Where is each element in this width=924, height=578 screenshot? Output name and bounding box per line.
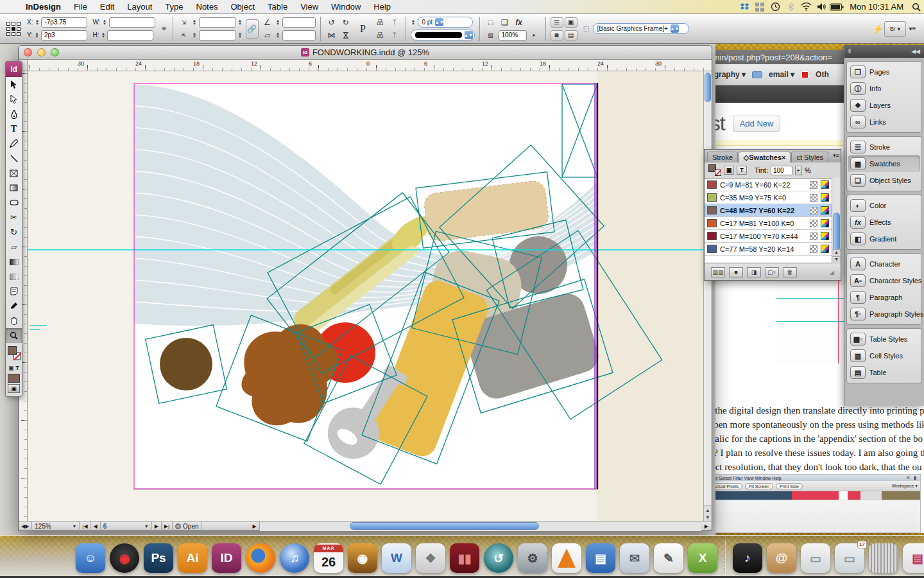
y-stepper[interactable]: ▲▼: [34, 30, 40, 40]
select-next-icon[interactable]: 品: [374, 30, 387, 40]
constrain-proportions-icon[interactable]: ✳: [158, 24, 171, 34]
last-page-button[interactable]: ▶|: [162, 521, 173, 531]
text-format-icon[interactable]: T: [737, 166, 747, 175]
panel-item-color[interactable]: ◐Color: [848, 197, 920, 214]
dock-excel[interactable]: X: [688, 543, 717, 573]
swatch-row[interactable]: C=48 M=57 Y=60 K=22: [705, 204, 832, 217]
dock-mail[interactable]: ✉: [620, 543, 649, 573]
dock-minimized-window[interactable]: ▭: [801, 543, 830, 573]
vertical-scrollbar[interactable]: ▲▼: [703, 71, 712, 521]
rotate-ccw-icon[interactable]: ↺: [325, 17, 338, 28]
dock-address-book[interactable]: @: [767, 543, 796, 573]
formatting-text-icon[interactable]: T: [16, 365, 20, 371]
horizontal-ruler[interactable]: 3024181260612182430: [28, 60, 712, 71]
frame-tool[interactable]: [6, 166, 22, 180]
menu-item-notes[interactable]: Notes: [190, 2, 225, 12]
collapse-dock-icon[interactable]: ◀◀: [911, 48, 920, 55]
formatting-container-icon[interactable]: ▣: [8, 365, 14, 371]
time-machine-icon[interactable]: [767, 2, 783, 12]
y-field[interactable]: 2p3: [41, 30, 87, 40]
dock-photo-booth[interactable]: ▮▮: [450, 543, 479, 573]
stroke-type-combo[interactable]: ▲▼: [411, 30, 475, 40]
dock-image-capture[interactable]: ▤: [586, 543, 615, 573]
panel-item-character[interactable]: ACharacter: [848, 256, 920, 272]
zoom-level-field[interactable]: 125%▼: [32, 521, 80, 531]
page-number-field[interactable]: 6▼: [101, 521, 152, 531]
eyedropper-tool[interactable]: [6, 299, 22, 313]
direct-selection-tool[interactable]: [6, 92, 22, 107]
flip-horizontal-icon[interactable]: ⋈: [325, 30, 338, 40]
spotlight-icon[interactable]: [909, 2, 924, 12]
note-tool[interactable]: [6, 284, 22, 299]
dock-iphoto[interactable]: ❖: [416, 543, 445, 573]
dock-trash[interactable]: [869, 543, 898, 573]
panel-item-gradient[interactable]: ◧Gradient: [848, 231, 920, 247]
dock-indesign[interactable]: ID: [212, 543, 241, 573]
frame-fitting-icon[interactable]: ⬚: [580, 24, 593, 34]
show-color-swatches-button[interactable]: ■: [729, 267, 743, 277]
menu-clock[interactable]: Mon 10:31 AM: [844, 2, 909, 12]
type-tool[interactable]: T: [6, 121, 22, 136]
panel-item-swatches[interactable]: ▦Swatches: [848, 155, 920, 172]
dock-ical[interactable]: MAR26: [314, 543, 343, 573]
dock-word[interactable]: W: [382, 543, 411, 573]
w-field[interactable]: [109, 17, 155, 28]
swatch-list[interactable]: C=9 M=81 Y=60 K=22C=35 M=9 Y=75 K=0C=48 …: [705, 178, 832, 263]
swatches-panel[interactable]: Stroke ◇ Swatches × ct Styles ▾≡ ▣ T Tin…: [704, 149, 841, 281]
hscroll-right-arrow[interactable]: ▶: [701, 523, 712, 529]
select-container-icon[interactable]: P: [355, 19, 372, 39]
panel-menu-icon[interactable]: ▾≡: [906, 24, 919, 34]
menu-item-view[interactable]: View: [294, 2, 325, 12]
swatch-row[interactable]: C=17 M=100 Y=70 K=44: [705, 230, 832, 243]
dock-vlc[interactable]: [552, 543, 581, 573]
menu-item-object[interactable]: Object: [224, 2, 261, 12]
menu-item-indesign[interactable]: InDesign: [19, 2, 67, 12]
panel-item-links[interactable]: ∞Links: [848, 114, 920, 130]
scissors-tool[interactable]: ✂: [6, 210, 22, 225]
panel-item-cell-styles[interactable]: ▥Cell Styles: [848, 347, 920, 364]
horizontal-scrollbar[interactable]: [260, 521, 701, 531]
show-all-swatches-button[interactable]: ▥▥: [711, 267, 725, 277]
selection-tool[interactable]: [6, 77, 22, 92]
dropbox-icon[interactable]: [737, 2, 752, 12]
select-last-icon[interactable]: ᛉ: [388, 30, 401, 40]
rectangle-tool[interactable]: [6, 180, 22, 195]
vscroll-arrows[interactable]: ▲▼: [704, 505, 712, 521]
tools-palette[interactable]: Id T✂↻▱ ▣T ▣: [5, 61, 22, 397]
dock-dashboard[interactable]: ◉: [110, 543, 139, 573]
fill-stroke-proxy[interactable]: [6, 344, 22, 363]
panel-item-layers[interactable]: ❖Layers: [848, 97, 920, 114]
dock-finder[interactable]: ☺: [76, 543, 105, 573]
dock-itunes[interactable]: ♫: [280, 543, 309, 573]
panel-flyout-menu-icon[interactable]: ▾≡: [833, 152, 839, 159]
menu-item-type[interactable]: Type: [158, 2, 189, 12]
select-prev-icon[interactable]: ᛉ: [388, 17, 401, 28]
tab-swatches[interactable]: ◇ Swatches ×: [739, 152, 791, 162]
hscroll-thumb[interactable]: [350, 522, 539, 530]
dock-grip-icon[interactable]: ⦀: [848, 48, 851, 55]
menu-item-file[interactable]: File: [67, 2, 94, 12]
vscroll-thumb[interactable]: [705, 73, 711, 102]
menu-item-layout[interactable]: Layout: [121, 2, 158, 12]
dock-system-preferences[interactable]: ⚙: [518, 543, 547, 573]
quick-apply-icon[interactable]: ⚡: [871, 24, 884, 34]
brown-disc-artwork[interactable]: [160, 338, 212, 390]
panel-item-table-styles[interactable]: ▦▫Table Styles: [848, 331, 920, 347]
rotate-tool[interactable]: ↻: [6, 225, 22, 240]
drop-shadow-icon[interactable]: ❏: [499, 17, 511, 28]
pencil-tool[interactable]: [6, 136, 22, 151]
panel-item-table[interactable]: ▤Table: [848, 364, 920, 381]
swatch-scrollbar[interactable]: ▲ ▼: [832, 178, 841, 263]
panel-item-pages[interactable]: ❐Pages: [848, 64, 920, 80]
swatch-row[interactable]: C=17 M=81 Y=100 K=0: [705, 217, 832, 230]
object-style-combo[interactable]: [Basic Graphics Frame]+▲▼: [593, 23, 689, 34]
next-page-button[interactable]: ▶: [152, 521, 162, 531]
document-window[interactable]: IdFONDWORKING.indd @ 125% 30241812606121…: [18, 45, 712, 531]
menu-item-window[interactable]: Window: [325, 2, 367, 12]
panel-fill-stroke-proxy[interactable]: [708, 164, 721, 176]
preflight-status[interactable]: Open: [173, 521, 201, 531]
gradient-feather-tool[interactable]: [6, 269, 22, 284]
swatch-row[interactable]: C=9 M=81 Y=60 K=22: [705, 179, 832, 191]
scale-y-field[interactable]: [199, 30, 236, 40]
first-page-button[interactable]: |◀: [80, 521, 90, 531]
